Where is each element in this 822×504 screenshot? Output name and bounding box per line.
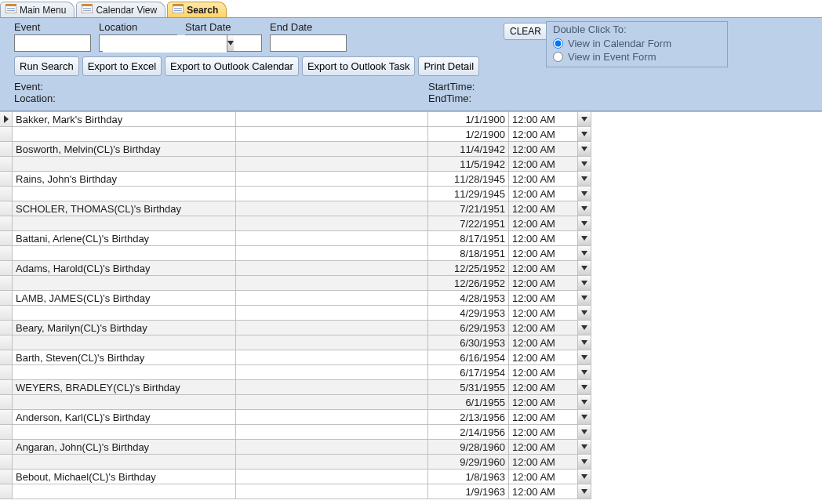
cell-date[interactable]: 6/29/1953 xyxy=(428,321,509,335)
table-row[interactable]: 6/17/195412:00 AM xyxy=(0,365,822,380)
row-selector[interactable] xyxy=(0,365,13,380)
table-row[interactable]: Rains, John's Birthday11/28/194512:00 AM xyxy=(0,172,822,187)
cell-date[interactable]: 6/1/1955 xyxy=(428,395,509,410)
cell-location[interactable] xyxy=(236,276,428,291)
cell-location[interactable] xyxy=(236,216,428,231)
cell-time[interactable]: 12:00 AM xyxy=(509,350,578,365)
row-selector[interactable] xyxy=(0,350,13,365)
cell-event[interactable] xyxy=(13,484,236,499)
cell-time[interactable]: 12:00 AM xyxy=(509,172,578,187)
cell-location[interactable] xyxy=(236,201,428,216)
row-dropdown-btn[interactable] xyxy=(578,410,591,425)
table-row[interactable]: 9/29/196012:00 AM xyxy=(0,455,822,470)
row-selector[interactable] xyxy=(0,470,13,484)
row-selector[interactable] xyxy=(0,380,13,395)
row-dropdown-btn[interactable] xyxy=(578,470,591,484)
cell-time[interactable]: 12:00 AM xyxy=(509,187,578,201)
cell-event[interactable] xyxy=(13,455,236,470)
cell-event[interactable]: Barth, Steven(CL)'s Birthday xyxy=(13,350,236,365)
cell-location[interactable] xyxy=(236,187,428,201)
row-dropdown-btn[interactable] xyxy=(578,246,591,261)
cell-event[interactable]: Battani, Arlene(CL)'s Birthday xyxy=(13,231,236,246)
table-row[interactable]: Anderson, Karl(CL)'s Birthday2/13/195612… xyxy=(0,410,822,425)
cell-date[interactable]: 11/28/1945 xyxy=(428,172,509,187)
row-selector[interactable] xyxy=(0,112,13,127)
row-dropdown-btn[interactable] xyxy=(578,335,591,350)
location-combo[interactable] xyxy=(99,34,177,52)
row-selector[interactable] xyxy=(0,187,13,201)
row-dropdown-btn[interactable] xyxy=(578,112,591,127)
cell-date[interactable]: 12/25/1952 xyxy=(428,261,509,276)
row-dropdown-btn[interactable] xyxy=(578,380,591,395)
cell-location[interactable] xyxy=(236,306,428,321)
row-dropdown-btn[interactable] xyxy=(578,425,591,440)
cell-event[interactable] xyxy=(13,425,236,440)
cell-date[interactable]: 12/26/1952 xyxy=(428,276,509,291)
location-input[interactable] xyxy=(103,35,227,53)
table-row[interactable]: Adams, Harold(CL)'s Birthday12/25/195212… xyxy=(0,261,822,276)
row-selector[interactable] xyxy=(0,142,13,157)
cell-location[interactable] xyxy=(236,335,428,350)
cell-date[interactable]: 11/4/1942 xyxy=(428,142,509,157)
cell-event[interactable]: Bosworth, Melvin(CL)'s Birthday xyxy=(13,142,236,157)
cell-date[interactable]: 6/17/1954 xyxy=(428,365,509,380)
row-selector[interactable] xyxy=(0,246,13,261)
cell-time[interactable]: 12:00 AM xyxy=(509,142,578,157)
cell-event[interactable]: Beary, Marilyn(CL)'s Birthday xyxy=(13,321,236,335)
cell-event[interactable]: Bebout, Michael(CL)'s Birthday xyxy=(13,470,236,484)
row-dropdown-btn[interactable] xyxy=(578,306,591,321)
row-selector[interactable] xyxy=(0,276,13,291)
cell-location[interactable] xyxy=(236,172,428,187)
cell-event[interactable]: WEYERS, BRADLEY(CL)'s Birthday xyxy=(13,380,236,395)
cell-date[interactable]: 6/30/1953 xyxy=(428,335,509,350)
cell-location[interactable] xyxy=(236,425,428,440)
row-dropdown-btn[interactable] xyxy=(578,321,591,335)
table-row[interactable]: 11/29/194512:00 AM xyxy=(0,187,822,201)
row-dropdown-btn[interactable] xyxy=(578,201,591,216)
cell-event[interactable] xyxy=(13,395,236,410)
tab-search[interactable]: Search xyxy=(167,2,227,17)
table-row[interactable]: Barth, Steven(CL)'s Birthday6/16/195412:… xyxy=(0,350,822,365)
table-row[interactable]: 6/30/195312:00 AM xyxy=(0,335,822,350)
row-selector[interactable] xyxy=(0,231,13,246)
cell-time[interactable]: 12:00 AM xyxy=(509,112,578,127)
row-selector[interactable] xyxy=(0,455,13,470)
table-row[interactable]: Battani, Arlene(CL)'s Birthday8/17/19511… xyxy=(0,231,822,246)
cell-location[interactable] xyxy=(236,127,428,142)
cell-date[interactable]: 9/29/1960 xyxy=(428,455,509,470)
cell-time[interactable]: 12:00 AM xyxy=(509,484,578,499)
row-dropdown-btn[interactable] xyxy=(578,231,591,246)
row-dropdown-btn[interactable] xyxy=(578,142,591,157)
cell-event[interactable] xyxy=(13,127,236,142)
cell-location[interactable] xyxy=(236,484,428,499)
cell-time[interactable]: 12:00 AM xyxy=(509,127,578,142)
cell-location[interactable] xyxy=(236,321,428,335)
cell-location[interactable] xyxy=(236,350,428,365)
cell-event[interactable] xyxy=(13,365,236,380)
cell-location[interactable] xyxy=(236,142,428,157)
cell-event[interactable]: SCHOLER, THOMAS(CL)'s Birthday xyxy=(13,201,236,216)
row-selector[interactable] xyxy=(0,440,13,455)
cell-time[interactable]: 12:00 AM xyxy=(509,380,578,395)
clear-button[interactable]: CLEAR xyxy=(504,23,547,40)
row-dropdown-btn[interactable] xyxy=(578,127,591,142)
cell-date[interactable]: 8/17/1951 xyxy=(428,231,509,246)
table-row[interactable]: 6/1/195512:00 AM xyxy=(0,395,822,410)
cell-event[interactable] xyxy=(13,246,236,261)
table-row[interactable]: 1/2/190012:00 AM xyxy=(0,127,822,142)
table-row[interactable]: 4/29/195312:00 AM xyxy=(0,306,822,321)
row-selector[interactable] xyxy=(0,291,13,306)
radio-view-calendar-input[interactable] xyxy=(553,38,563,49)
cell-event[interactable] xyxy=(13,187,236,201)
cell-time[interactable]: 12:00 AM xyxy=(509,425,578,440)
radio-view-event-input[interactable] xyxy=(553,52,563,62)
cell-event[interactable] xyxy=(13,157,236,172)
cell-event[interactable]: Anderson, Karl(CL)'s Birthday xyxy=(13,410,236,425)
row-selector[interactable] xyxy=(0,201,13,216)
cell-time[interactable]: 12:00 AM xyxy=(509,410,578,425)
cell-location[interactable] xyxy=(236,395,428,410)
cell-date[interactable]: 11/5/1942 xyxy=(428,157,509,172)
table-row[interactable]: LAMB, JAMES(CL)'s Birthday4/28/195312:00… xyxy=(0,291,822,306)
table-row[interactable]: Bebout, Michael(CL)'s Birthday1/8/196312… xyxy=(0,470,822,484)
row-dropdown-btn[interactable] xyxy=(578,187,591,201)
